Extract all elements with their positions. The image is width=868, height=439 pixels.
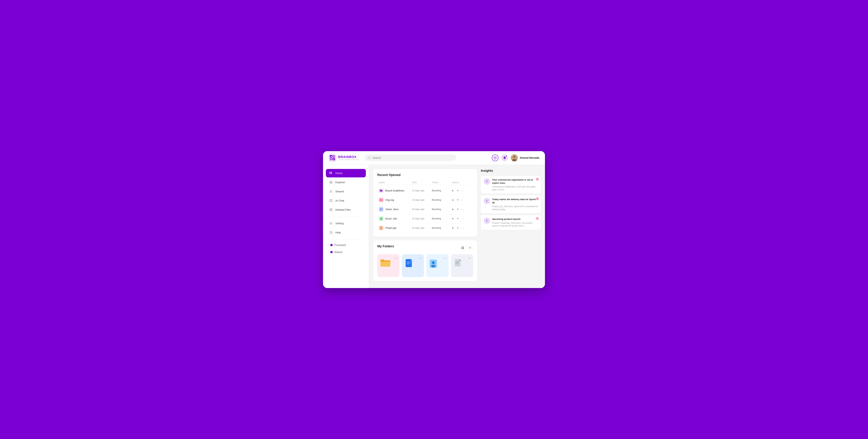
folder-label-shared: Shared: [334, 251, 342, 253]
folder-menu-3[interactable]: ⋯: [443, 256, 446, 260]
plus-icon: [494, 156, 497, 159]
insight-close-1[interactable]: [536, 178, 539, 181]
chevron-icon: ›: [328, 244, 329, 246]
file-name: Power.ppt: [385, 226, 396, 229]
header-right: Ahmed Mostafa: [492, 154, 539, 161]
sidebar-item-ai-chat-label: AI Chat: [335, 199, 344, 202]
col-name: Name: [379, 181, 412, 184]
sidebar-item-setting-label: Setting: [335, 222, 344, 225]
sidebar-item-help-label: Help: [335, 231, 341, 234]
svg-rect-3: [330, 158, 332, 160]
sidebar-item-shared-label: Shared: [335, 190, 344, 193]
file-folder: Branding: [432, 208, 452, 211]
grid-view-button[interactable]: [460, 245, 466, 251]
folder-card-1[interactable]: ⋯: [377, 254, 400, 277]
search-input[interactable]: [373, 156, 453, 159]
svg-rect-7: [332, 156, 333, 157]
search-bar[interactable]: [365, 155, 456, 161]
insight-close-3[interactable]: [536, 217, 539, 220]
sidebar-item-setting[interactable]: Setting: [326, 219, 366, 228]
logo-name: BRAINBOX: [338, 155, 359, 159]
folder-menu-2[interactable]: ⋯: [419, 256, 422, 260]
folders-grid: ⋯ ⋯: [377, 254, 473, 277]
recent-opened-card: Recent Opened Name Time Folder Actions: [373, 169, 477, 237]
file-folder: Branding: [432, 189, 452, 192]
svg-point-30: [331, 190, 332, 191]
user-avatar: [511, 154, 518, 161]
setting-icon: [329, 221, 333, 225]
view-action-icon[interactable]: ☀: [457, 198, 459, 201]
share-action-icon[interactable]: ►: [452, 217, 455, 220]
folder-menu-1[interactable]: ⋯: [394, 256, 397, 260]
share-action-icon[interactable]: ►: [452, 226, 455, 229]
main-layout: Home Explorer: [323, 165, 545, 288]
more-action-icon[interactable]: ⋯: [461, 198, 464, 201]
shared-icon: [329, 190, 333, 193]
share-action-icon[interactable]: ►: [452, 198, 455, 201]
folder-file-icon: [379, 188, 383, 193]
svg-point-18: [513, 156, 516, 158]
actions-cell: ► ☀ ⋯: [452, 208, 472, 211]
user-info[interactable]: Ahmed Mostafa: [511, 154, 539, 161]
folder-label-processed: Processed: [334, 244, 346, 246]
sidebar-item-home[interactable]: Home: [326, 169, 366, 178]
filter-icon: [469, 246, 471, 249]
notification-button[interactable]: [501, 155, 508, 161]
sidebar-item-help[interactable]: ? Help: [326, 228, 366, 237]
folder-card-4[interactable]: ⋯: [451, 254, 473, 277]
sidebar-item-explorer[interactable]: Explorer: [326, 178, 366, 187]
svg-rect-34: [330, 209, 332, 211]
insight-icon-1: [484, 178, 490, 185]
sidebar-item-ai-chat[interactable]: AI Chat: [326, 196, 366, 205]
view-action-icon[interactable]: ☀: [457, 189, 459, 192]
sidebar-item-deleted-label: Deleted Files: [335, 208, 351, 211]
actions-cell: ► ☀ ⋯: [452, 217, 472, 220]
search-icon: [368, 156, 371, 159]
svg-text:?: ?: [331, 232, 332, 233]
view-action-icon[interactable]: ☀: [457, 226, 459, 229]
sidebar-folder-processed[interactable]: › Processed: [326, 242, 366, 248]
header: BRAINBOX THINK INSIDE THE BOX: [323, 151, 545, 165]
view-action-icon[interactable]: ☀: [457, 217, 459, 220]
insight-desc-2: Project_Q4_2024.xlsx, Sprint 26 is sched…: [492, 205, 538, 211]
insight-icon-2: [484, 198, 490, 204]
svg-point-6: [333, 159, 334, 160]
svg-point-90: [487, 200, 487, 201]
svg-rect-97: [487, 221, 487, 222]
my-folders-title: My Folders: [377, 245, 394, 248]
sidebar-item-explorer-label: Explorer: [335, 181, 345, 184]
share-action-icon[interactable]: ►: [452, 189, 455, 192]
more-action-icon[interactable]: ⋯: [461, 189, 464, 192]
sidebar-item-shared[interactable]: Shared: [326, 187, 366, 196]
view-action-icon[interactable]: ☀: [457, 208, 459, 211]
svg-rect-0: [329, 154, 336, 162]
actions-cell: ► ☀ ⋯: [452, 226, 472, 229]
sidebar-folder-shared[interactable]: › Shared: [326, 249, 366, 255]
folder-card-2[interactable]: ⋯: [402, 254, 424, 277]
share-action-icon[interactable]: ►: [452, 208, 455, 211]
more-action-icon[interactable]: ⋯: [461, 217, 464, 220]
svg-rect-65: [463, 247, 464, 248]
more-action-icon[interactable]: ⋯: [461, 226, 464, 229]
grid-icon: [461, 246, 464, 249]
filter-button[interactable]: [467, 245, 473, 251]
insight-card-2: Today marks the delivery date for Sprint…: [481, 195, 541, 213]
file-name-cell: Brand Guidelines: [379, 188, 412, 193]
file-time: 10 days ago: [412, 217, 432, 220]
svg-rect-23: [331, 172, 332, 173]
folder-dot-processed: [331, 244, 333, 246]
trash-icon: [329, 208, 333, 212]
file-name: Brand Guidelines: [385, 189, 404, 192]
explorer-icon: [329, 180, 333, 184]
table-row: Power.ppt 10 days ago Branding ► ☀ ⋯: [377, 223, 473, 232]
folder-menu-4[interactable]: ⋯: [468, 256, 471, 260]
insight-close-2[interactable]: [536, 197, 539, 200]
sidebar-item-deleted-files[interactable]: Deleted Files: [326, 206, 366, 214]
insight-card-3: Upcoming product launch Product_Roadmap_…: [481, 215, 541, 230]
folder-card-3[interactable]: ⋯: [427, 254, 448, 277]
add-button[interactable]: [492, 155, 498, 161]
more-action-icon[interactable]: ⋯: [461, 208, 464, 211]
notification-dot: [505, 155, 507, 157]
svg-rect-20: [330, 173, 331, 174]
file-name-cell: Power.ppt: [379, 225, 412, 230]
